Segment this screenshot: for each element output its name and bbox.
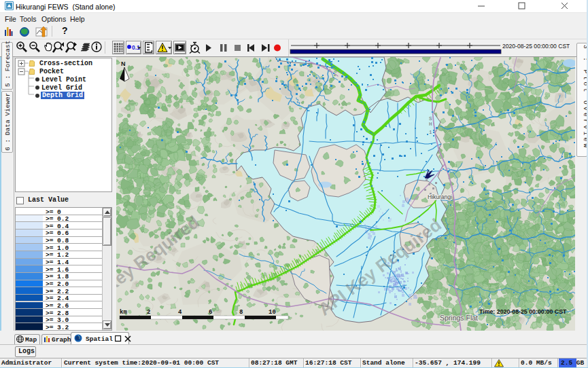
svg-text:Time: 2020-08-25 00:00:00 CST: Time: 2020-08-25 00:00:00 CST — [479, 308, 567, 315]
svg-text:S: S — [429, 116, 432, 122]
svg-text:H: H — [429, 122, 432, 127]
svg-text:2: 2 — [147, 309, 150, 316]
svg-text:Springs Flat: Springs Flat — [440, 314, 478, 322]
svg-text:1: 1 — [429, 130, 432, 135]
svg-text:2020-08-25 00:00:00 CST: 2020-08-25 00:00:00 CST — [502, 43, 570, 50]
svg-text:km: km — [120, 309, 127, 316]
svg-text:Hikurangi: Hikurangi — [428, 194, 452, 200]
svg-text:N: N — [121, 60, 126, 67]
svg-text:5 : Forecast: 5 : Forecast — [4, 41, 12, 87]
svg-text:6: 6 — [209, 309, 212, 316]
svg-text:4: 4 — [178, 309, 182, 316]
svg-text:8: 8 — [239, 309, 243, 316]
svg-text:6 : Data Viewer: 6 : Data Viewer — [4, 92, 12, 151]
svg-text:10: 10 — [269, 309, 276, 316]
